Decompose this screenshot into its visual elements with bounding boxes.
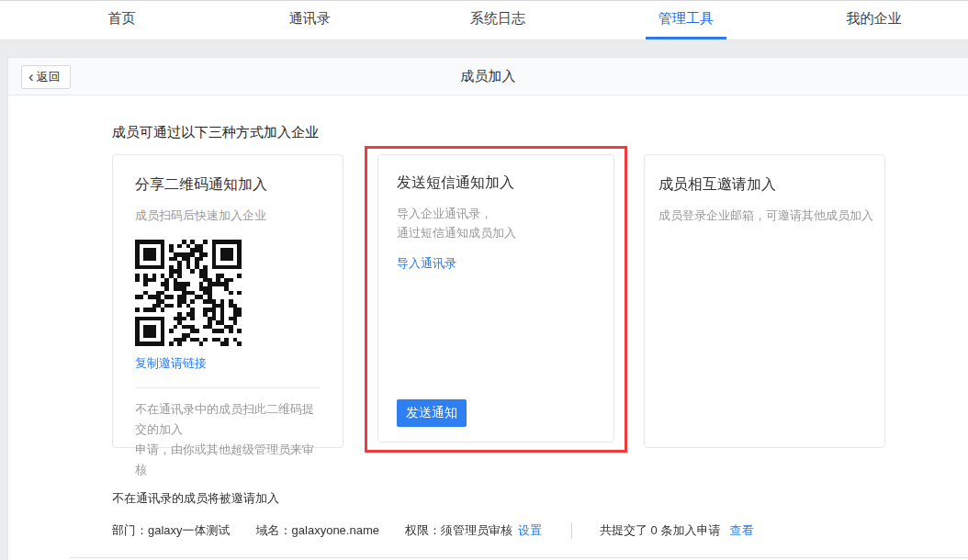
send-notification-button[interactable]: 发送通知 [397,399,467,427]
card-invite-subtitle: 成员登录企业邮箱，可邀请其他成员加入 [658,206,872,225]
card-invite-title: 成员相互邀请加入 [658,175,872,195]
back-button[interactable]: ‹ 返回 [21,65,71,89]
footer-note: 不在通讯录的成员将被邀请加入 [112,490,968,507]
tab-admin-tools-label: 管理工具 [646,1,726,39]
vertical-divider [571,522,572,539]
domain-value: galaxyone.name [292,523,379,537]
section-heading: 成员可通过以下三种方式加入企业 [112,123,968,141]
department-value: galaxy一体测试 [148,523,231,537]
settings-link[interactable]: 设置 [518,523,542,537]
card-qr-note-line1: 不在通讯录中的成员扫此二维码提交的加入 [135,402,314,436]
tab-my-enterprise[interactable]: 我的企业 [780,1,968,39]
qr-code-image [135,240,242,346]
card-divider [135,387,321,388]
highlight-red-box: 发送短信通知加入 导入企业通讯录， 通过短信通知成员加入 导入通讯录 发送通知 [365,146,627,453]
card-qr-join: 分享二维码通知加入 成员扫码后快速加入企业 复制邀请链接 不在通讯录中的成员扫此… [112,154,343,448]
card-qr-note: 不在通讯录中的成员扫此二维码提交的加入 申请，由你或其他超级管理员来审核 [135,399,321,480]
back-button-label: 返回 [37,69,61,85]
content-area: 成员可通过以下三种方式加入企业 分享二维码通知加入 成员扫码后快速加入企业 复制… [8,95,968,539]
page-title: 成员加入 [8,68,968,85]
card-sms-title: 发送短信通知加入 [397,174,514,193]
card-invite-join: 成员相互邀请加入 成员登录企业邮箱，可邀请其他成员加入 [644,154,885,448]
card-sms-subtitle-line1: 导入企业通讯录， [397,207,492,220]
department-info: 部门：galaxy一体测试 [112,522,231,539]
tab-contacts-label: 通讯录 [276,1,343,39]
permission-label: 权限： [405,523,441,537]
view-applications-link[interactable]: 查看 [729,522,753,539]
copy-invite-link-row: 复制邀请链接 [135,354,321,372]
permission-value: 须管理员审核 [441,523,512,537]
page-header: ‹ 返回 成员加入 [8,58,968,95]
card-qr-note-line2: 申请，由你或其他超级管理员来审核 [135,442,314,476]
card-sms-subtitle: 导入企业通讯录， 通过短信通知成员加入 [397,204,516,242]
card-sms-join: 发送短信通知加入 导入企业通讯录， 通过短信通知成员加入 导入通讯录 发送通知 [377,154,614,442]
tab-contacts[interactable]: 通讯录 [216,1,404,39]
tab-home-label: 首页 [95,1,148,39]
footer-info-row: 部门：galaxy一体测试 域名：galaxyone.name 权限：须管理员审… [112,522,968,539]
submitted-count-text: 共提交了 0 条加入申请 [600,522,720,539]
tab-home[interactable]: 首页 [28,1,216,39]
tab-system-log[interactable]: 系统日志 [404,1,592,39]
join-method-cards: 分享二维码通知加入 成员扫码后快速加入企业 复制邀请链接 不在通讯录中的成员扫此… [112,146,968,453]
card-sms-subtitle-line2: 通过短信通知成员加入 [397,226,516,240]
permission-info: 权限：须管理员审核设置 [405,522,542,539]
tab-my-enterprise-label: 我的企业 [834,1,915,39]
bottom-divider [70,557,968,558]
import-contacts-link[interactable]: 导入通讯录 [397,255,456,272]
domain-info: 域名：galaxyone.name [256,522,379,539]
tab-system-log-label: 系统日志 [457,1,538,39]
tab-admin-tools[interactable]: 管理工具 [591,1,780,39]
domain-label: 域名： [256,523,292,537]
qr-code-canvas [135,240,242,346]
card-qr-title: 分享二维码通知加入 [135,175,321,195]
card-qr-subtitle: 成员扫码后快速加入企业 [135,206,321,225]
department-label: 部门： [112,523,148,537]
chevron-left-icon: ‹ [28,69,34,84]
member-join-panel: ‹ 返回 成员加入 成员可通过以下三种方式加入企业 分享二维码通知加入 成员扫码… [7,57,968,560]
copy-invite-link[interactable]: 复制邀请链接 [135,356,207,370]
top-nav: 首页 通讯录 系统日志 管理工具 我的企业 [0,0,968,40]
